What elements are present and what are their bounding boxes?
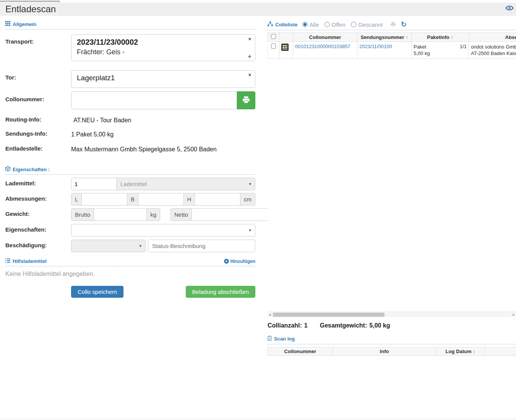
abmessungen-label: Abmessungen: [5,193,71,206]
netto-input[interactable] [191,208,274,221]
sendungs-info-value: 1 Paket 5,00 kg [71,130,255,138]
hilfslademittel-empty-text: Keine Hilfslademittel angegeben. [5,271,255,277]
tor-clear-icon[interactable]: ✕ [248,73,252,78]
brutto-addon: Brutto [71,208,94,221]
print-label-button[interactable] [237,91,255,109]
lademittel-select-placeholder: Lademittel [120,181,147,187]
absender-name: ondot solutions GmbH [471,44,516,50]
filter-offen-label: Offen [332,21,346,28]
sendungs-info-label: Sendungs-Info: [5,130,71,138]
log-info-column-header[interactable]: Info [333,347,436,356]
eye-icon[interactable] [505,5,514,11]
filter-gescannt-radio[interactable] [351,22,356,27]
list-icon [5,258,10,264]
filter-gescannt-label: Gescannt [358,21,383,28]
collonummer-input[interactable] [71,91,237,109]
routing-info-label: Routing-Info: [5,116,71,124]
beschaedigung-select[interactable]: ▾ [71,240,146,252]
brutto-kg-addon: kg [146,208,160,221]
width-input[interactable] [138,193,184,206]
finish-loading-button[interactable]: Beladung abschließen [186,286,255,298]
paketinfo-column-header[interactable]: Paketinfo▲▼ [412,33,469,42]
status-description-input[interactable] [148,240,255,252]
filter-gescannt[interactable]: Gescannt [351,21,383,28]
eigenschaften-section-title: Eigenschaften : [13,167,50,172]
sort-icon: ▲▼ [473,350,475,354]
transport-add-icon[interactable]: + [248,53,252,60]
row-checkbox[interactable] [271,44,276,49]
cm-addon: cm [240,193,255,206]
collonummer-link[interactable]: 00101231000000103857 [295,44,350,49]
eigenschaften-select[interactable]: ▾ [71,224,255,237]
filter-alle-radio[interactable] [302,22,308,27]
scanlog-section-title: Scan log [274,336,295,342]
collianzahl-label: Collianzahl: [268,322,302,329]
paket-weight: 5,00 kg [414,50,430,57]
collo-detail-icon[interactable] [281,44,289,52]
sendungsnummer-link[interactable]: 2023/11/00100 [359,44,392,49]
select-all-checkbox[interactable] [271,34,276,39]
lademittel-select[interactable]: Lademittel ▾ [116,178,255,190]
chevron-down-icon: ▾ [249,228,251,233]
transport-label: Transport: [5,34,71,61]
hilfslademittel-section-header: Hilfslademittel + Hinzufügen [5,258,255,266]
colloliste-table: Collonummer Sendungsnummer▲▼ Paketinfo▲▼… [268,32,516,59]
entladestelle-value: Max Mustermann Gmbh Spiegelgasse 5, 2500… [71,145,255,153]
colloliste-section-header: Colloliste Alle Offen Gescannt [268,21,516,30]
log-datum-column-header[interactable]: Log Datum▲▼ [436,347,485,356]
allgemein-section-title: Allgemein [13,21,36,27]
tor-field[interactable]: Lagerplatz1 ✕ [71,70,255,88]
collonummer-column-header[interactable]: Collonummer [293,33,357,42]
length-input[interactable] [81,193,127,206]
scroll-right-icon[interactable]: ► [511,312,516,318]
width-addon: B [127,193,138,206]
lademittel-label: Lademittel: [5,178,71,190]
sort-icon: ▲▼ [406,36,408,39]
print-list-icon[interactable] [389,21,397,28]
sort-icon: ▲▼ [451,36,453,39]
add-hilfslademittel-label: Hinzufügen [230,259,255,264]
add-hilfslademittel-link[interactable]: + Hinzufügen [224,259,255,264]
length-addon: L [71,193,82,206]
transport-value: 2023/11/23/00002 [77,38,243,47]
transport-field[interactable]: 2023/11/23/00002 Frächter: Geis - ✕ + [71,34,255,61]
absender-address: AT-2500 Baden Kaiser [471,50,516,57]
grid-icon [5,21,10,27]
filter-alle[interactable]: Alle [302,21,319,28]
log-collonummer-column-header[interactable]: Collonummer [268,347,333,356]
beschaedigung-label: Beschädigung: [5,240,71,252]
scanlog-section-header: Scan log [268,336,516,344]
eigenschaften-label: Eigenschaften: [5,224,71,237]
table-row: 00101231000000103857 2023/11/00100 Paket… [268,42,516,59]
gesamtgewicht-value: 5,00 kg [369,322,390,329]
hilfslademittel-section-title: Hilfslademittel [13,258,47,264]
left-panel: Allgemein Transport: 2023/11/23/00002 Fr… [5,21,255,298]
colloliste-section-title: Colloliste [275,22,298,28]
gewicht-label: Gewicht: [5,208,71,221]
save-collo-button[interactable]: Collo speichern [71,286,123,298]
sitemap-icon [268,21,273,28]
scroll-left-icon[interactable]: ◄ [268,312,272,318]
icon-column-header [279,33,293,42]
cube-icon [5,166,10,172]
right-panel: Colloliste Alle Offen Gescannt [268,21,516,418]
page-title: Entladescan [5,4,56,15]
transport-carrier: Frächter: Geis - [77,48,243,56]
app-header: Entladescan [0,3,516,16]
filter-offen[interactable]: Offen [325,21,346,28]
brutto-input[interactable] [94,208,147,221]
lademittel-count-input[interactable] [71,178,117,190]
chevron-down-icon: ▾ [249,182,251,186]
absender-column-header[interactable]: Absender [469,33,516,42]
paket-count: 1/1 [460,44,467,57]
refresh-icon[interactable]: ↻ [399,21,408,28]
entladestelle-label: Entladestelle: [5,145,71,153]
tor-value: Lagerplatz1 [77,74,115,82]
transport-clear-icon[interactable]: ✕ [248,37,252,42]
scanlog-empty-body [268,356,516,418]
filter-offen-radio[interactable] [325,22,330,27]
sendungsnummer-column-header[interactable]: Sendungsnummer▲▼ [357,33,412,42]
height-input[interactable] [195,193,240,206]
horizontal-scrollbar[interactable]: ◄ ► [268,311,516,317]
scrollbar-thumb[interactable] [273,313,385,317]
